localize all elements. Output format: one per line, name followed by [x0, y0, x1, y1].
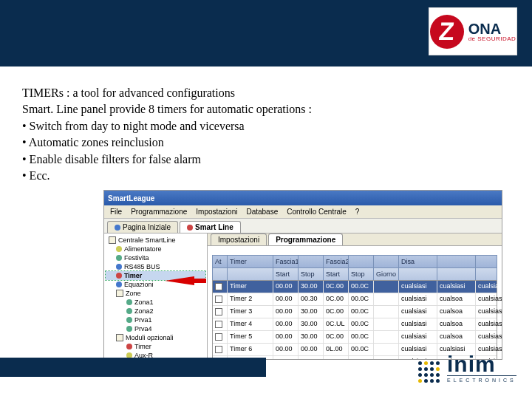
hdr-blank2 [349, 256, 374, 267]
row-checkbox[interactable] [215, 308, 222, 316]
inim-sub: ELECTRONICS [447, 375, 516, 383]
table-row[interactable]: Timer 300.0030.000C.0000.0Ccualsiasicual… [213, 306, 497, 318]
row-checkbox[interactable] [215, 333, 222, 341]
menu-file[interactable]: File [110, 208, 122, 216]
sub-stop2: Stop [349, 268, 374, 280]
menu-impost[interactable]: Impostazioni [196, 208, 237, 216]
slide-body-text: TIMERs : a tool for advanced configurati… [0, 66, 532, 190]
grid-header: At Timer Fascia1 Fascia2 Disa [212, 255, 497, 267]
table-row[interactable]: Timer 500.0030.000C.0000.0Ccualsiasicual… [213, 331, 497, 344]
hdr-fascia1: Fascia1 [273, 256, 299, 267]
zona-sub: de SEGURIDAD [468, 36, 516, 42]
home-icon [115, 225, 120, 231]
tree-fest[interactable]: Festivita [106, 253, 205, 262]
grid-panel: At Timer Fascia1 Fascia2 Disa Start Stop [208, 246, 502, 359]
tab-homepage[interactable]: Pagina Iniziale [107, 221, 178, 233]
tree-alim[interactable]: Alimentatore [106, 245, 205, 253]
outer-tabstrip: Pagina Iniziale Smart Line [104, 219, 502, 233]
calendar-icon [116, 255, 122, 261]
tab-impost[interactable]: Impostazioni [211, 233, 267, 245]
tab-smartline-label: Smart Line [195, 223, 233, 231]
sub-giorno: Giorno [374, 268, 399, 280]
folder-icon [116, 334, 123, 341]
tree-zona1[interactable]: Zona1 [106, 298, 205, 307]
clock-icon [126, 344, 132, 349]
row-checkbox[interactable] [215, 346, 222, 353]
body-line-3: • Switch from day to night mode and vice… [22, 118, 510, 134]
battery-icon [116, 246, 122, 252]
window-title: SmartLeague [108, 194, 154, 202]
table-row[interactable]: Timer00.0030.000C.0000.0Ccualsiasicualsi… [213, 281, 497, 293]
menu-help[interactable]: ? [355, 208, 360, 216]
tree-zona2[interactable]: Zona2 [106, 307, 205, 316]
menu-db[interactable]: Database [246, 208, 278, 216]
table-row[interactable]: Timer 400.0030.000C.UL00.0Ccualsiasicual… [213, 318, 497, 331]
hdr-blank4 [437, 256, 476, 267]
sub-start1: Start [273, 268, 299, 280]
hdr-blank3 [374, 256, 399, 267]
bus-icon [116, 264, 122, 270]
tab-programm[interactable]: Programmazione [268, 233, 343, 245]
body-line-1: TIMERs : a tool for advanced configurati… [22, 85, 510, 101]
clock-icon [116, 273, 122, 279]
smartline-icon [187, 225, 193, 231]
tree-prva1[interactable]: Prva1 [106, 316, 205, 324]
zona-z-letter: Z [438, 17, 456, 46]
row-checkbox[interactable] [215, 321, 222, 328]
sub-stop1: Stop [299, 268, 324, 280]
tree-rs485[interactable]: RS485 BUS [106, 262, 205, 271]
tab-smartline[interactable]: Smart Line [180, 221, 241, 233]
zona-name: ONA [468, 21, 516, 36]
inim-dots-icon [418, 361, 440, 383]
tree-zone[interactable]: Zone [106, 289, 205, 298]
footer-decor [0, 358, 266, 377]
hdr-fascia2: Fascia2 [324, 256, 349, 267]
tree-panel: Centrale SmartLine Alimentatore Festivit… [104, 233, 208, 359]
hdr-blank5 [476, 256, 502, 267]
zone-icon [126, 308, 132, 314]
row-checkbox[interactable] [215, 283, 222, 290]
grid-subheader: Start Stop Start Stop Giorno [212, 267, 497, 280]
menu-control[interactable]: Controllo Centrale [287, 208, 347, 216]
highlight-arrow-icon [165, 276, 194, 285]
body-line-6: • Ecc. [22, 168, 510, 184]
menubar: File Programmazione Impostazioni Databas… [104, 205, 502, 219]
body-line-5: • Enable disable filters for false alarm [22, 151, 510, 168]
folder-icon [116, 290, 123, 297]
zone-icon [126, 299, 132, 305]
sub-start2: Start [324, 268, 349, 280]
software-window: SmartLeague File Programmazione Impostaz… [103, 190, 502, 360]
tree-moduli[interactable]: Moduli opzionali [106, 333, 205, 342]
hdr-timer: Timer [228, 256, 273, 267]
hdr-disa: Disa [399, 256, 437, 267]
hdr-blank1 [299, 256, 324, 267]
grid-body: Timer00.0030.000C.0000.0Ccualsiasicualsi… [212, 280, 497, 359]
row-checkbox[interactable] [215, 296, 222, 303]
root-icon [109, 236, 116, 244]
body-line-2: Smart. Line panel provide 8 timers for a… [22, 101, 510, 117]
hdr-at: At [213, 256, 228, 267]
window-titlebar[interactable]: SmartLeague [104, 191, 502, 205]
zona-circle-icon: Z [430, 15, 464, 49]
right-tabstrip: Impostazioni Programmazione [208, 233, 502, 246]
zone-icon [126, 317, 132, 323]
inim-logo: inim ELECTRONICS [418, 353, 514, 383]
zona-logo: Z ONA de SEGURIDAD [429, 7, 517, 55]
zone-icon [126, 326, 132, 332]
slide-header: Z ONA de SEGURIDAD [0, 0, 532, 66]
inim-name: inim [447, 353, 516, 375]
menu-prog[interactable]: Programmazione [131, 208, 187, 216]
body-line-4: • Automatic zones reinclusion [22, 134, 510, 151]
table-row[interactable]: Timer 200.0000.300C.0000.0Ccualsiasicual… [213, 293, 497, 306]
tab-homepage-label: Pagina Iniziale [123, 223, 171, 231]
eq-icon [116, 282, 122, 287]
tree-mod-timer[interactable]: Timer [106, 342, 205, 351]
tree-prva4[interactable]: Prva4 [106, 324, 205, 333]
tree-root[interactable]: Centrale SmartLine [106, 236, 205, 245]
